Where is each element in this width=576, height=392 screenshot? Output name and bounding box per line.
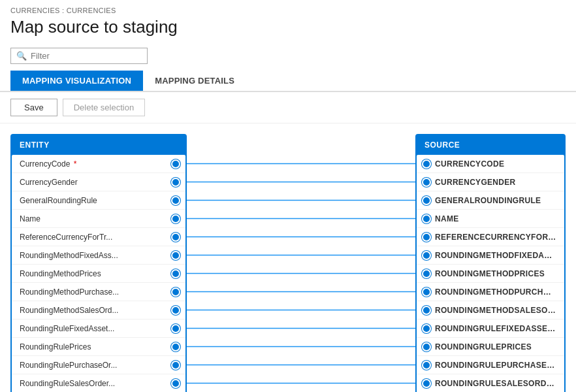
source-dot	[422, 196, 431, 205]
source-dot	[422, 269, 431, 278]
entity-dot	[171, 251, 180, 260]
source-row-label: CURRENCYCODE	[435, 159, 504, 169]
source-row-label: ROUNDINGRULEPURCHASEOR...	[435, 361, 556, 370]
source-row-label: ROUNDINGMETHODFIXEDASS...	[435, 251, 556, 260]
entity-row-label: ReferenceCurrencyForTr...	[20, 233, 167, 242]
source-dot	[422, 233, 431, 242]
source-row[interactable]: ROUNDINGRULEFIXEDASSET...	[417, 319, 564, 338]
source-row[interactable]: CURRENCYCODE	[417, 155, 564, 173]
entity-row[interactable]: GeneralRoundingRule	[12, 191, 185, 210]
entity-row-label: RoundingMethodPrices	[20, 269, 167, 278]
entity-row-label: CurrencyCode *	[20, 159, 167, 169]
source-row-label: REFERENCECURRENCYFORTR...	[435, 233, 556, 242]
source-row-label: ROUNDINGRULEPRICES	[435, 342, 532, 351]
entity-dot	[171, 287, 180, 297]
filter-input-wrap[interactable]: 🔍	[10, 48, 148, 64]
entity-row-label: RoundingRuleFixedAsset...	[20, 324, 167, 333]
source-dot	[422, 361, 431, 370]
source-dot	[422, 214, 431, 223]
entity-row[interactable]: RoundingRuleSalesOrder...	[12, 374, 185, 392]
source-dot	[422, 379, 431, 388]
entity-dot	[171, 342, 180, 351]
filter-input[interactable]	[31, 51, 135, 61]
entity-dot	[171, 324, 180, 333]
entity-row[interactable]: CurrencyGender	[12, 173, 185, 191]
search-icon: 🔍	[16, 51, 27, 61]
source-dot	[422, 287, 431, 297]
entity-row[interactable]: RoundingMethodPurchase...	[12, 283, 185, 301]
entity-row-label: RoundingMethodFixedAss...	[20, 251, 167, 260]
entity-dot	[171, 269, 180, 278]
source-row[interactable]: ROUNDINGRULEPURCHASEOR...	[417, 356, 564, 374]
entity-row-label: RoundingRulePrices	[20, 342, 167, 351]
entity-panel: ENTITY CurrencyCode * CurrencyGender Gen…	[10, 134, 187, 392]
entity-dot	[171, 306, 180, 315]
source-panel: SOURCE CURRENCYCODE CURRENCYGENDER GENER…	[415, 134, 566, 392]
source-row[interactable]: ROUNDINGMETHODSALESORD...	[417, 301, 564, 319]
source-panel-header: SOURCE	[415, 134, 566, 155]
source-row-label: ROUNDINGMETHODPURCHASE...	[435, 287, 556, 297]
save-button[interactable]: Save	[10, 99, 57, 116]
entity-row[interactable]: RoundingMethodSalesOrd...	[12, 301, 185, 319]
breadcrumb: CURRENCIES : CURRENCIES	[0, 0, 576, 16]
entity-row-label: RoundingMethodSalesOrd...	[20, 306, 167, 315]
entity-dot	[171, 159, 180, 169]
tab-mapping-visualization[interactable]: MAPPING VISUALIZATION	[10, 71, 143, 91]
entity-dot	[171, 379, 180, 388]
source-row[interactable]: GENERALROUNDINGRULE	[417, 191, 564, 210]
entity-row[interactable]: RoundingRuleFixedAsset...	[12, 319, 185, 338]
entity-row[interactable]: RoundingRulePurchaseOr...	[12, 356, 185, 374]
entity-row-label: GeneralRoundingRule	[20, 196, 167, 205]
source-dot	[422, 159, 431, 169]
source-row-label: CURRENCYGENDER	[435, 178, 516, 187]
source-row[interactable]: ROUNDINGMETHODFIXEDASS...	[417, 246, 564, 265]
source-row[interactable]: CURRENCYGENDER	[417, 173, 564, 191]
entity-row[interactable]: CurrencyCode *	[12, 155, 185, 173]
source-row-label: ROUNDINGMETHODPRICES	[435, 269, 545, 278]
entity-row-label: RoundingRulePurchaseOr...	[20, 361, 167, 370]
source-row[interactable]: REFERENCECURRENCYFORTR...	[417, 228, 564, 246]
entity-row-label: RoundingMethodPurchase...	[20, 287, 167, 297]
entity-dot	[171, 196, 180, 205]
entity-row[interactable]: Name	[12, 210, 185, 228]
source-row-label: ROUNDINGMETHODSALESORD...	[435, 306, 556, 315]
source-row[interactable]: ROUNDINGRULEPRICES	[417, 338, 564, 356]
source-dot	[422, 251, 431, 260]
delete-selection-button[interactable]: Delete selection	[63, 99, 146, 116]
tabs-bar: MAPPING VISUALIZATION MAPPING DETAILS	[0, 71, 576, 92]
source-dot	[422, 306, 431, 315]
entity-dot	[171, 233, 180, 242]
source-rows: CURRENCYCODE CURRENCYGENDER GENERALROUND…	[417, 155, 564, 392]
entity-row-label: CurrencyGender	[20, 178, 167, 187]
source-row-label: GENERALROUNDINGRULE	[435, 196, 541, 205]
entity-dot	[171, 178, 180, 187]
entity-row[interactable]: RoundingMethodPrices	[12, 265, 185, 283]
required-marker: *	[71, 159, 76, 169]
source-dot	[422, 178, 431, 187]
source-row-label: NAME	[435, 214, 459, 223]
mapping-area: ENTITY CurrencyCode * CurrencyGender Gen…	[0, 123, 576, 392]
entity-row-label: RoundingRuleSalesOrder...	[20, 379, 167, 388]
entity-panel-header: ENTITY	[10, 134, 187, 155]
entity-row[interactable]: ReferenceCurrencyForTr...	[12, 228, 185, 246]
source-row[interactable]: ROUNDINGMETHODPRICES	[417, 265, 564, 283]
source-row-label: ROUNDINGRULEFIXEDASSET...	[435, 324, 556, 333]
connector-area	[187, 134, 415, 392]
connector-svg	[187, 134, 415, 392]
filter-container: 🔍	[0, 44, 576, 71]
entity-row[interactable]: RoundingRulePrices	[12, 338, 185, 356]
source-row-label: ROUNDINGRULESALESORDER...	[435, 379, 556, 388]
source-row[interactable]: NAME	[417, 210, 564, 228]
entity-rows: CurrencyCode * CurrencyGender GeneralRou…	[12, 155, 185, 392]
page-title: Map source to staging	[0, 16, 576, 44]
source-dot	[422, 342, 431, 351]
source-dot	[422, 324, 431, 333]
entity-row-label: Name	[20, 214, 167, 223]
tab-mapping-details[interactable]: MAPPING DETAILS	[143, 71, 246, 91]
source-row[interactable]: ROUNDINGMETHODPURCHASE...	[417, 283, 564, 301]
toolbar: Save Delete selection	[0, 92, 576, 123]
entity-dot	[171, 214, 180, 223]
entity-dot	[171, 361, 180, 370]
source-row[interactable]: ROUNDINGRULESALESORDER...	[417, 374, 564, 392]
entity-row[interactable]: RoundingMethodFixedAss...	[12, 246, 185, 265]
